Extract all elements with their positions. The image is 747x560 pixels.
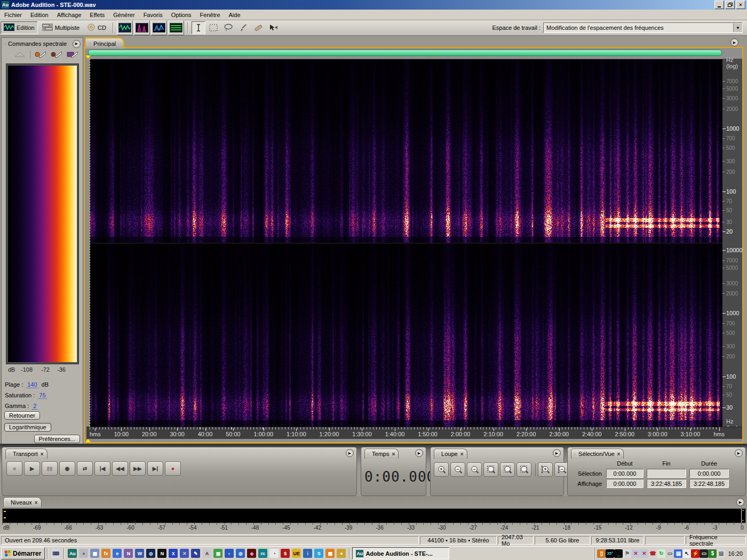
level-meter[interactable] xyxy=(2,508,746,523)
menu-générer[interactable]: Générer xyxy=(109,11,139,19)
marquee-tool[interactable] xyxy=(206,21,220,34)
view-range-bar[interactable] xyxy=(88,50,722,56)
menu-fichier[interactable]: Fichier xyxy=(0,11,26,19)
zoom-to-selection-button[interactable] xyxy=(483,462,498,477)
spectral-colormap-gradient[interactable] xyxy=(8,66,77,362)
mode-multipiste-button[interactable]: Multipiste xyxy=(39,21,83,34)
quicklaunch-icon[interactable]: e xyxy=(113,549,122,558)
transport-close-icon[interactable]: × xyxy=(41,451,44,457)
quicklaunch-icon[interactable]: ✕ xyxy=(180,549,189,558)
quicklaunch-icon[interactable]: N xyxy=(157,549,166,558)
zoom-in-horizontal-button[interactable]: + xyxy=(434,462,449,477)
quicklaunch-icon[interactable]: W xyxy=(135,549,144,558)
zoom-out-horizontal-button[interactable]: − xyxy=(450,462,465,477)
quicklaunch-icon[interactable]: ● xyxy=(79,549,88,558)
workspace-combo[interactable]: Modification de l'espacement des fréquen… xyxy=(543,22,743,33)
scrub-tool[interactable] xyxy=(266,21,280,34)
temps-flyout-arrow[interactable]: ▶ xyxy=(415,449,423,457)
quicklaunch-icon[interactable]: S xyxy=(314,549,323,558)
field-value[interactable]: 75 xyxy=(38,392,46,399)
quicklaunch-icon[interactable]: ◆ xyxy=(247,549,256,558)
field-value[interactable]: 2 xyxy=(32,403,37,410)
gradient-pen-icon-1[interactable] xyxy=(35,51,46,58)
quicklaunch-icon[interactable]: rc xyxy=(258,549,267,558)
close-button[interactable]: × xyxy=(736,1,745,9)
sel-field[interactable]: 3:22:48.185 xyxy=(647,479,686,488)
transport-loop-button[interactable]: ⇄ xyxy=(77,461,93,476)
menu-affichage[interactable]: Affichage xyxy=(53,11,86,19)
menu-favoris[interactable]: Favoris xyxy=(139,11,167,19)
loupe-close-icon[interactable]: × xyxy=(460,451,464,457)
transport-fast-forward-button[interactable]: ▶▶ xyxy=(130,461,146,476)
quicklaunch-icon[interactable]: ◍ xyxy=(146,549,155,558)
tray-icon[interactable]: ⚑ xyxy=(623,549,631,558)
transport-stop-button[interactable]: ■ xyxy=(6,461,22,476)
selection-flyout-arrow[interactable]: ▶ xyxy=(735,449,743,457)
menu-edition[interactable]: Edition xyxy=(26,11,53,19)
transport-play-button[interactable]: ▶ xyxy=(24,461,40,476)
task-button-audition[interactable]: Au Adobe Audition - STE-... xyxy=(352,547,449,559)
spectrogram-channel-right[interactable] xyxy=(90,244,722,427)
gradient-swatch-icon[interactable] xyxy=(67,51,78,58)
playhead-line[interactable] xyxy=(90,59,90,427)
mode-cd-button[interactable]: CD xyxy=(84,21,109,34)
retourner-button[interactable]: Retourner xyxy=(4,411,40,420)
minimize-button[interactable] xyxy=(714,1,724,9)
tray-icon[interactable]: ▭ xyxy=(665,549,674,558)
quicklaunch-icon[interactable]: Au xyxy=(68,549,77,558)
tray-icon[interactable]: _ xyxy=(614,549,623,558)
quicklaunch-icon[interactable]: ▣ xyxy=(213,549,222,558)
quicklaunch-icon[interactable]: ✎ xyxy=(191,549,200,558)
selection-close-icon[interactable]: × xyxy=(617,451,621,457)
tray-icon[interactable]: ▯ xyxy=(597,549,606,558)
preferences-button[interactable]: Préférences... xyxy=(34,435,80,443)
loupe-flyout-arrow[interactable]: ▶ xyxy=(553,449,561,457)
lasso-tool[interactable] xyxy=(221,21,235,34)
tray-icon[interactable]: ▤ xyxy=(674,549,682,558)
temps-tab[interactable]: ∷ Temps × xyxy=(364,449,399,459)
heal-tool[interactable] xyxy=(251,21,265,34)
restore-button[interactable] xyxy=(725,1,735,9)
start-button[interactable]: Démarrer xyxy=(1,547,45,559)
spectral-pan-view-button[interactable] xyxy=(151,20,167,35)
tray-icon[interactable]: ↖ xyxy=(682,549,691,558)
keyboard-layout-icon[interactable]: ⌨ xyxy=(51,549,60,558)
transport-record-button[interactable]: ● xyxy=(165,461,181,476)
workspace-dropdown-arrow[interactable]: ▼ xyxy=(733,23,742,32)
tray-icon[interactable]: 35° xyxy=(606,549,614,558)
quicklaunch-icon[interactable]: UE xyxy=(292,549,301,558)
quicklaunch-icon[interactable]: ◔ xyxy=(269,549,279,558)
sel-field[interactable]: 0:00.000 xyxy=(689,469,729,478)
gradient-pen-icon-2[interactable] xyxy=(51,51,62,58)
zoom-out-full-button[interactable]: − xyxy=(467,462,482,477)
quicklaunch-icon[interactable]: ▦ xyxy=(325,549,335,558)
quicklaunch-icon[interactable]: ● xyxy=(337,549,346,558)
tray-icon[interactable]: ▭ xyxy=(700,549,708,558)
waveform-view-button[interactable] xyxy=(117,20,133,35)
principal-flyout-arrow[interactable]: ▶ xyxy=(730,38,738,46)
panel-flyout-arrow[interactable]: ▶ xyxy=(73,40,81,48)
tray-icon[interactable]: ✕ xyxy=(631,549,640,558)
brush-tool[interactable] xyxy=(236,21,250,34)
quicklaunch-icon[interactable]: X xyxy=(169,549,178,558)
loupe-tab[interactable]: ∷ Loupe × xyxy=(434,449,467,459)
sel-field[interactable]: 3:22:48.185 xyxy=(689,479,729,488)
transport-go-to-end-button[interactable]: ▶| xyxy=(147,461,163,476)
spectrogram-channel-left[interactable] xyxy=(90,59,722,243)
transport-flyout-arrow[interactable]: ▶ xyxy=(346,449,354,457)
niveaux-close-icon[interactable]: × xyxy=(35,500,38,506)
tray-icon[interactable]: ☎ xyxy=(648,549,657,558)
tray-icon[interactable]: ↻ xyxy=(657,549,665,558)
logarithmique-button[interactable]: Logarithmique xyxy=(4,423,51,431)
niveaux-flyout-arrow[interactable]: ▶ xyxy=(736,498,744,506)
quicklaunch-icon[interactable]: i xyxy=(303,549,312,558)
transport-pause-button[interactable]: ▮▮ xyxy=(42,461,58,476)
time-selection-tool[interactable] xyxy=(192,21,205,34)
spectral-phase-view-button[interactable] xyxy=(168,20,184,35)
field-value[interactable]: 140 xyxy=(26,381,38,388)
quicklaunch-icon[interactable]: ◐ xyxy=(225,549,234,558)
quicklaunch-icon[interactable]: ▦ xyxy=(90,549,99,558)
menu-aide[interactable]: Aide xyxy=(225,11,245,19)
time-ruler[interactable]: hms10:0020:0030:0040:0050:001:00:001:10:… xyxy=(86,427,742,439)
tray-icon[interactable]: ⚡ xyxy=(691,549,700,558)
